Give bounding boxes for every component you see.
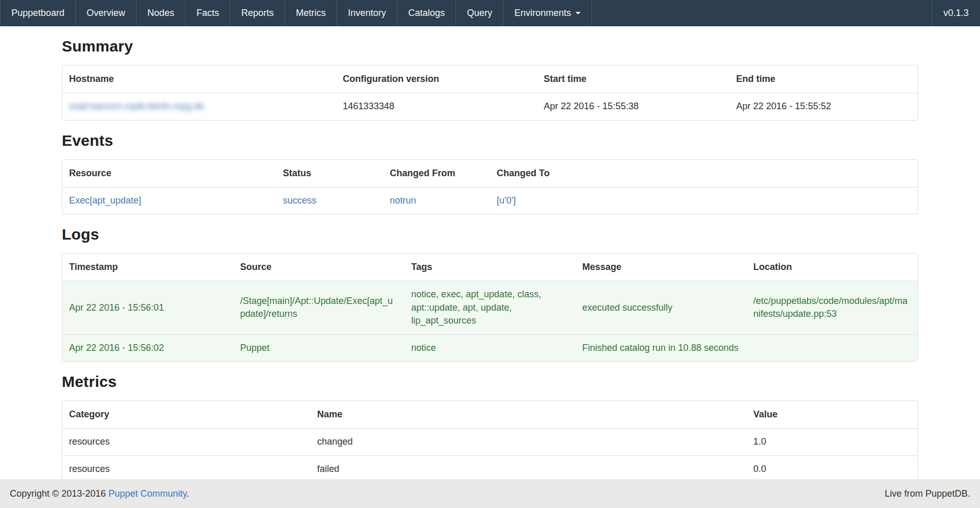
metrics-col-category: Category — [62, 401, 310, 429]
log-row: Apr 22 2016 - 15:56:02 Puppet notice Fin… — [62, 334, 918, 362]
event-changed-to-link[interactable]: [u'0'] — [497, 195, 516, 206]
metrics-col-name: Name — [310, 401, 747, 429]
events-col-resource: Resource — [62, 160, 276, 188]
logs-table: Timestamp Source Tags Message Location A… — [62, 253, 918, 362]
metrics-col-value: Value — [747, 401, 918, 429]
log-message: executed successfully — [576, 281, 747, 334]
events-header-row: Resource Status Changed From Changed To — [62, 160, 918, 188]
version-badge: v0.1.3 — [932, 0, 980, 26]
nav-item-nodes[interactable]: Nodes — [136, 0, 185, 26]
top-navbar: Puppetboard Overview Nodes Facts Reports… — [0, 0, 980, 26]
footer-copyright: Copyright © 2013-2016 Puppet Community. — [10, 488, 189, 499]
nav-item-metrics[interactable]: Metrics — [284, 0, 336, 26]
summary-col-start-time: Start time — [537, 65, 730, 93]
metric-value: 1.0 — [747, 429, 918, 455]
summary-header-row: Hostname Configuration version Start tim… — [62, 65, 918, 93]
log-source: Puppet — [233, 334, 404, 362]
metric-value: 0.0 — [747, 455, 918, 483]
chevron-down-icon — [576, 12, 581, 14]
metric-category: resources — [62, 429, 310, 455]
metric-category: resources — [62, 455, 310, 483]
log-tags: notice, exec, apt_update, class, apt::up… — [404, 281, 576, 334]
event-changed-from-link[interactable]: notrun — [390, 195, 416, 206]
metrics-header-row: Category Name Value — [62, 401, 918, 429]
footer-live-status: Live from PuppetDB. — [885, 488, 970, 499]
log-tags: notice — [404, 334, 576, 362]
summary-col-config-version: Configuration version — [336, 65, 537, 93]
log-timestamp: Apr 22 2016 - 15:56:01 — [62, 281, 233, 334]
event-status-link[interactable]: success — [283, 195, 316, 206]
nav-item-overview[interactable]: Overview — [75, 0, 136, 26]
end-time-value: Apr 22 2016 - 15:55:52 — [730, 93, 918, 120]
events-table: Resource Status Changed From Changed To … — [62, 159, 918, 215]
event-resource-link[interactable]: Exec[apt_update] — [69, 195, 141, 206]
log-timestamp: Apr 22 2016 - 15:56:02 — [62, 334, 233, 362]
summary-row: snat-tservvm.mpib-berlin.mpg.de 14613333… — [62, 93, 918, 120]
nav-menu: Puppetboard Overview Nodes Facts Reports… — [0, 0, 592, 26]
logs-col-source: Source — [233, 253, 404, 281]
logs-col-tags: Tags — [404, 253, 576, 281]
nav-item-query[interactable]: Query — [455, 0, 503, 26]
nav-item-inventory[interactable]: Inventory — [336, 0, 397, 26]
logs-col-location: Location — [747, 253, 918, 281]
hostname-link[interactable]: snat-tservvm.mpib-berlin.mpg.de — [69, 101, 204, 111]
config-version-value: 1461333348 — [336, 93, 537, 120]
main-content: Summary Hostname Configuration version S… — [62, 38, 918, 508]
copyright-period: . — [187, 488, 189, 499]
nav-brand-puppetboard[interactable]: Puppetboard — [0, 0, 75, 26]
events-col-changed-to: Changed To — [490, 160, 918, 188]
log-location — [747, 334, 918, 362]
puppet-community-link[interactable]: Puppet Community — [108, 488, 187, 499]
metric-row: resources changed 1.0 — [62, 429, 918, 455]
events-col-status: Status — [276, 160, 383, 188]
event-row: Exec[apt_update] success notrun [u'0'] — [62, 188, 918, 214]
events-col-changed-from: Changed From — [383, 160, 491, 188]
metric-name: failed — [310, 455, 747, 483]
summary-col-end-time: End time — [730, 65, 918, 93]
page-footer: Copyright © 2013-2016 Puppet Community. … — [0, 479, 980, 508]
events-heading: Events — [62, 132, 918, 149]
log-location: /etc/puppetlabs/code/modules/apt/manifes… — [747, 281, 918, 334]
summary-heading: Summary — [62, 38, 918, 55]
logs-header-row: Timestamp Source Tags Message Location — [62, 253, 918, 281]
log-message: Finished catalog run in 10.88 seconds — [576, 334, 747, 362]
logs-heading: Logs — [62, 226, 918, 243]
environments-dropdown-label: Environments — [514, 8, 571, 19]
log-row: Apr 22 2016 - 15:56:01 /Stage[main]/Apt:… — [62, 281, 918, 334]
logs-col-message: Message — [576, 253, 747, 281]
metric-row: resources failed 0.0 — [62, 455, 918, 483]
metrics-heading: Metrics — [62, 373, 918, 391]
nav-item-reports[interactable]: Reports — [230, 0, 284, 26]
nav-dropdown-environments[interactable]: Environments — [503, 0, 592, 26]
navbar-spacer — [592, 0, 932, 26]
copyright-text: Copyright © 2013-2016 — [10, 488, 108, 499]
nav-item-facts[interactable]: Facts — [185, 0, 230, 26]
metric-name: changed — [310, 429, 747, 455]
start-time-value: Apr 22 2016 - 15:55:38 — [537, 93, 730, 120]
summary-table: Hostname Configuration version Start tim… — [62, 65, 918, 121]
logs-col-timestamp: Timestamp — [62, 253, 233, 281]
log-source: /Stage[main]/Apt::Update/Exec[apt_update… — [233, 281, 404, 334]
nav-item-catalogs[interactable]: Catalogs — [397, 0, 455, 26]
summary-col-hostname: Hostname — [62, 65, 336, 93]
